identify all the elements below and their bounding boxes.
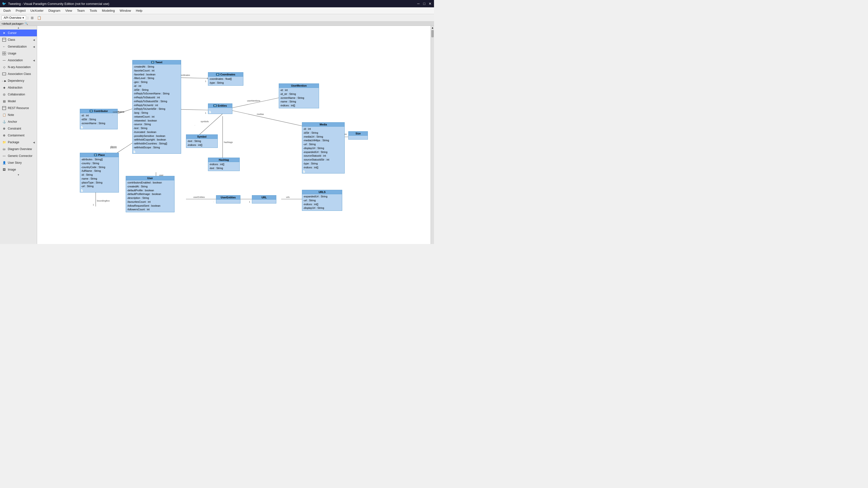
sidebar-item-constraint[interactable]: ⊗ Constraint — [0, 125, 37, 132]
toolbar-icon-2[interactable]: 📋 — [36, 15, 42, 20]
sidebar-item-containment[interactable]: ⊕ Containment — [0, 132, 37, 139]
package-label-sidebar: Package — [8, 140, 19, 144]
user-story-label: User Story — [8, 161, 22, 164]
media-class[interactable]: Media -id : int -idStr : String -mediaUr… — [302, 122, 345, 173]
svg-text:1: 1 — [249, 201, 250, 203]
svg-text:medias: medias — [257, 113, 264, 116]
media-name: Media — [320, 123, 327, 126]
model-icon: ▤ — [2, 99, 6, 103]
menu-diagram[interactable]: Diagram — [46, 8, 63, 13]
sidebar-item-user-story[interactable]: 👤 User Story — [0, 159, 37, 166]
minimize-button[interactable]: ─ — [416, 2, 420, 6]
scroll-thumb[interactable] — [431, 30, 434, 37]
userentities-class[interactable]: UserEntities — [216, 195, 241, 203]
containment-label: Containment — [8, 134, 24, 137]
user-body: -contributorsEnabled : boolean -createdA… — [126, 180, 174, 212]
tweet-note-icon: 📄 — [132, 150, 181, 154]
label-contributors: contributors — [113, 111, 124, 113]
symbol-header: Symbol — [186, 135, 217, 139]
entities-body — [208, 108, 232, 110]
menu-modeling[interactable]: Modeling — [100, 8, 117, 13]
toolbar-icon-1[interactable]: ⊞ — [30, 15, 35, 20]
menu-project[interactable]: Project — [13, 8, 28, 13]
scroll-up-button[interactable]: ▲ — [431, 26, 434, 30]
scrollbar-right[interactable]: ▲ ▼ — [431, 26, 434, 244]
coordinates-header: M Coordinates — [208, 72, 243, 76]
svg-rect-2 — [2, 52, 4, 53]
svg-line-26 — [198, 114, 223, 136]
usermention-header: UserMention — [279, 84, 319, 88]
sidebar-item-diagram-overview[interactable]: 🗂 Diagram Overview — [0, 146, 37, 153]
coordinates-body: -coordinates : float[] -type : String — [208, 76, 243, 86]
api-overview-button[interactable]: API Overview ▾ — [1, 15, 26, 20]
hashtag-class[interactable]: Hashtag -indices : int[] -text : String — [208, 158, 240, 171]
assoc-arrow: ◀ — [33, 59, 35, 62]
containment-icon: ⊕ — [2, 133, 6, 138]
coordinates-class[interactable]: M Coordinates -coordinates : float[] -ty… — [208, 72, 243, 86]
menu-team[interactable]: Team — [74, 8, 87, 13]
contributor-class[interactable]: M Contributor -id : int -idStr : String … — [80, 109, 118, 129]
sidebar-item-generalization[interactable]: ← Generalization ◀ — [0, 43, 37, 50]
sidebar-item-anchor[interactable]: ⚓ Anchor — [0, 118, 37, 125]
sidebar-item-usage[interactable]: Usage — [0, 50, 37, 57]
symbol-class[interactable]: Symbol -text : String -indices : int[] — [186, 134, 218, 148]
sidebar-item-nary[interactable]: ◇ N-ary Association — [0, 64, 37, 70]
assoc-class-label: Association Class — [8, 72, 31, 76]
entities-class[interactable]: M Entities 📄 — [208, 103, 232, 114]
svg-rect-5 — [4, 54, 6, 55]
menu-uexceler[interactable]: UeXceler — [28, 8, 46, 13]
size-class[interactable]: Size — [348, 131, 368, 139]
cursor-icon: ➤ — [2, 31, 6, 35]
tweet-class[interactable]: M Tweet -createdAt : String -favoriteCou… — [132, 60, 181, 154]
url-class[interactable]: URL — [252, 195, 276, 203]
place-badge: M — [94, 154, 97, 156]
sidebar-item-image[interactable]: 🖼 Image — [0, 166, 37, 173]
usermention-class[interactable]: UserMention -id : int -id_str : String -… — [279, 84, 319, 108]
sidebar-item-rest-resource[interactable]: REST Resource — [0, 105, 37, 111]
urls-class[interactable]: URLS -expandedUrl : String -url : String… — [302, 190, 342, 211]
sidebar-item-class[interactable]: Class ◀ — [0, 36, 37, 43]
close-button[interactable]: ✕ — [428, 2, 432, 6]
sidebar-item-dependency[interactable]: - -▶ Dependency — [0, 77, 37, 84]
menu-help[interactable]: Help — [133, 8, 145, 13]
svg-text:boundingBox: boundingBox — [97, 200, 110, 202]
sidebar-item-generic-connector[interactable]: — Generic Connector — [0, 153, 37, 159]
sidebar-item-abstraction[interactable]: ◈ Abstraction — [0, 84, 37, 91]
package-search-icon[interactable]: 🔍 — [25, 22, 28, 25]
mult-place: · — [105, 151, 106, 153]
nav-triangle-up[interactable]: ▲ — [0, 26, 37, 30]
sidebar-item-package[interactable]: 📁 Package ◀ — [0, 139, 37, 146]
coordinates-badge: M — [216, 73, 219, 76]
maximize-button[interactable]: □ — [422, 2, 426, 6]
menu-view[interactable]: View — [63, 8, 74, 13]
media-note-icon: 📄 — [302, 170, 344, 173]
nary-icon: ◇ — [2, 65, 6, 69]
user-class[interactable]: User -contributorsEnabled : boolean -cre… — [126, 176, 175, 212]
pkg-arrow: ◀ — [33, 141, 35, 144]
menu-window[interactable]: Window — [117, 8, 133, 13]
svg-text:1: 1 — [93, 203, 94, 206]
dependency-icon: - -▶ — [2, 78, 6, 83]
sidebar-item-model[interactable]: ▤ Model — [0, 98, 37, 105]
user-story-icon: 👤 — [2, 161, 6, 165]
nav-triangle-down[interactable]: ▼ — [0, 173, 37, 177]
user-header: User — [126, 176, 174, 180]
place-name: Place — [98, 154, 105, 156]
sidebar-item-assoc-class[interactable]: Association Class — [0, 70, 37, 77]
sidebar-item-cursor[interactable]: ➤ Cursor — [0, 30, 37, 36]
url-body — [252, 200, 276, 203]
sidebar-item-collaboration[interactable]: ◎ Collaboration — [0, 91, 37, 98]
place-header: M Place — [80, 153, 119, 157]
menu-tools[interactable]: Tools — [87, 8, 99, 13]
model-label: Model — [8, 100, 16, 103]
association-icon: — — [2, 58, 6, 62]
canvas-area[interactable]: coordinates 1 entities 1 contributors · … — [37, 26, 434, 244]
place-class[interactable]: M Place -attributes : String[] -country … — [80, 153, 119, 193]
abstraction-icon: ◈ — [2, 86, 6, 90]
urls-body: -expandedUrl : String -url : String -ind… — [302, 194, 342, 210]
sidebar-item-note[interactable]: 📋 Note — [0, 111, 37, 118]
menu-dash[interactable]: Dash — [1, 8, 13, 13]
tweet-name: Tweet — [155, 61, 162, 64]
sidebar-item-association[interactable]: — Association ◀ — [0, 57, 37, 64]
dependency-label: Dependency — [8, 79, 24, 83]
